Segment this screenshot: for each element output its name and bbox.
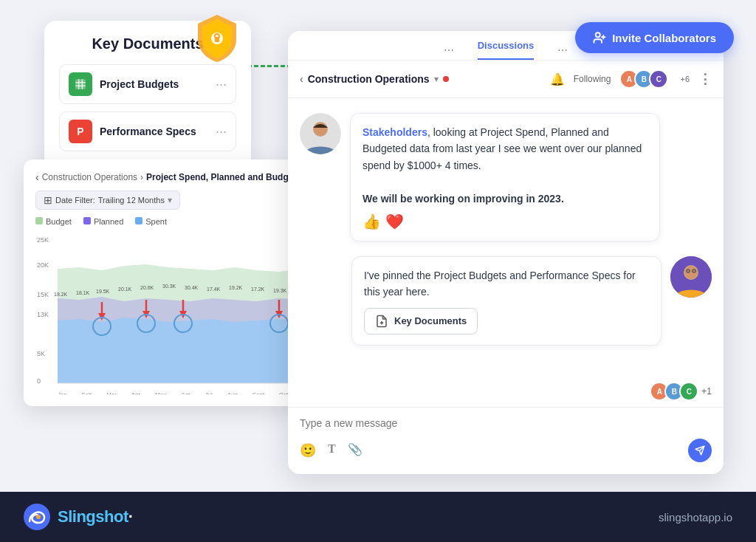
svg-text:18.2K: 18.2K	[54, 292, 68, 297]
breadcrumb-separator: ›	[140, 172, 143, 182]
back-icon: ‹	[35, 171, 39, 183]
bottom-avatar-3: C	[679, 382, 698, 401]
footer-url: slingshotapp.io	[659, 511, 732, 524]
legend-budget: Budget	[35, 217, 72, 226]
sender-avatar-2	[670, 256, 712, 298]
add-user-icon	[593, 31, 606, 44]
channel-status-dot	[443, 76, 449, 82]
svg-text:19.5K: 19.5K	[96, 289, 110, 294]
doc-name-budgets: Project Budgets	[100, 78, 179, 90]
svg-text:25K: 25K	[37, 236, 49, 244]
key-docs-pill-label: Key Documents	[394, 315, 467, 326]
following-button[interactable]: Following	[574, 74, 611, 84]
doc-item-budgets[interactable]: Project Budgets ···	[59, 64, 236, 104]
bell-icon[interactable]: 🔔	[550, 72, 565, 86]
message-text-2: I've pinned the Project Budgets and Perf…	[364, 267, 649, 301]
sheets-icon	[69, 72, 92, 96]
message-row-2: I've pinned the Project Budgets and Perf…	[300, 256, 712, 346]
chevron-down-icon[interactable]: ▾	[434, 74, 439, 84]
plus-count: +6	[680, 75, 690, 83]
tab-discussions[interactable]: Discussions	[478, 40, 535, 60]
svg-text:19.3K: 19.3K	[273, 288, 287, 293]
svg-text:13K: 13K	[37, 311, 49, 318]
svg-text:20.6K: 20.6K	[140, 285, 154, 290]
svg-point-47	[684, 266, 698, 279]
attachment-icon[interactable]: 📎	[348, 442, 362, 459]
footer: Slingshot· slingshotapp.io	[0, 492, 756, 542]
doc-item-specs[interactable]: P Performance Specs ···	[59, 112, 236, 151]
message-bubble-1: Stakeholders, looking at Project Spend, …	[350, 113, 660, 241]
svg-text:15K: 15K	[37, 291, 49, 298]
message-row-1: Stakeholders, looking at Project Spend, …	[300, 113, 712, 241]
grid-icon: ⊞	[44, 194, 52, 206]
channel-name: Construction Operations	[308, 73, 430, 85]
doc-menu-budgets[interactable]: ···	[216, 77, 227, 92]
message-input[interactable]	[300, 417, 712, 429]
bottom-plus-count: +1	[701, 386, 712, 397]
emoji-icon[interactable]: 🙂	[300, 442, 316, 459]
shield-badge	[193, 12, 241, 65]
discussions-panel: ⋯ Discussions ⋯ ‹ Construction Operation…	[288, 31, 724, 474]
channel-header: ‹ Construction Operations ▾ 🔔 Following …	[288, 61, 724, 98]
message-bold-text: We will be working on improving in 2023.	[362, 193, 564, 205]
svg-text:17.2K: 17.2K	[251, 287, 265, 292]
message-bubble-2: I've pinned the Project Budgets and Perf…	[351, 256, 662, 346]
breadcrumb-title: Project Spend, Planned and Budgeted	[146, 172, 306, 182]
dashed-connector	[247, 65, 292, 67]
svg-text:30.4K: 30.4K	[185, 285, 199, 290]
footer-logo: Slingshot·	[24, 504, 132, 530]
bottom-avatars: A B C	[650, 382, 698, 401]
message-toolbar: 🙂 T 📎	[300, 436, 712, 465]
disc-bottom-bar: A B C +1	[288, 379, 724, 407]
svg-rect-6	[75, 79, 86, 89]
svg-text:0: 0	[37, 377, 41, 385]
slides-icon: P	[69, 120, 92, 143]
svg-text:17.4K: 17.4K	[207, 287, 221, 292]
avatar-3: C	[649, 69, 668, 89]
collaborators-avatars: A B C	[619, 69, 668, 89]
date-filter-value: Trailing 12 Months	[98, 196, 165, 205]
breadcrumb-prefix: Construction Operations	[42, 172, 137, 182]
message-input-area: 🙂 T 📎	[288, 407, 724, 474]
chevron-down-icon: ▾	[168, 195, 172, 205]
svg-text:19.2K: 19.2K	[229, 285, 243, 290]
svg-point-0	[596, 32, 600, 37]
message-reactions: 👍 ❤️	[362, 213, 647, 230]
mention-stakeholders: Stakeholders	[362, 126, 427, 138]
legend-planned: Planned	[83, 217, 123, 226]
following-label: Following	[574, 74, 611, 84]
text-format-icon[interactable]: T	[328, 442, 336, 459]
date-filter-button[interactable]: ⊞ Date Filter: Trailing 12 Months ▾	[35, 191, 180, 210]
slingshot-logo-icon	[24, 504, 50, 530]
message-text-1: Stakeholders, looking at Project Spend, …	[362, 124, 647, 207]
messages-area: Stakeholders, looking at Project Spend, …	[288, 98, 724, 379]
invite-button-label: Invite Collaborators	[612, 32, 716, 44]
svg-text:20.1K: 20.1K	[118, 287, 132, 292]
doc-name-specs: Performance Specs	[100, 126, 196, 137]
more-options-icon[interactable]: ⋮	[698, 71, 712, 87]
date-filter-label: Date Filter:	[55, 196, 95, 205]
sender-avatar-1	[300, 113, 341, 154]
toolbar-icons: 🙂 T 📎	[300, 442, 362, 459]
svg-point-55	[36, 515, 41, 519]
svg-text:5K: 5K	[37, 350, 45, 357]
invite-collaborators-button[interactable]: Invite Collaborators	[575, 22, 734, 53]
doc-menu-specs[interactable]: ···	[216, 124, 227, 140]
svg-text:30.3K: 30.3K	[162, 284, 176, 289]
legend-spent: Spent	[135, 217, 167, 226]
footer-logo-text: Slingshot·	[58, 507, 132, 526]
back-navigation-icon[interactable]: ‹	[300, 73, 303, 85]
svg-text:20K: 20K	[37, 261, 49, 269]
send-button[interactable]	[688, 439, 712, 462]
key-documents-pill[interactable]: Key Documents	[364, 308, 478, 335]
svg-text:18.1K: 18.1K	[76, 290, 90, 295]
